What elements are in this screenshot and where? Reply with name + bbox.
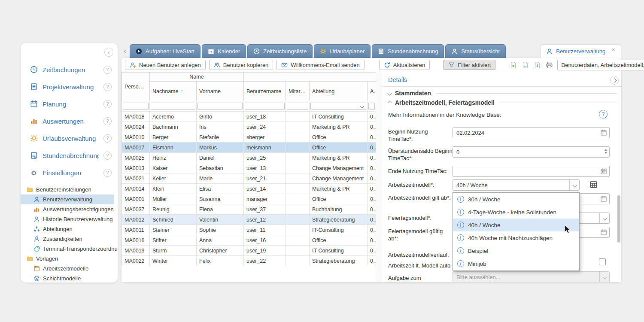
table-row[interactable]: MA0024BachmannIrisuser_24Marketing & PR0…: [122, 122, 376, 132]
sidebar-item-einstellungen[interactable]: ⚙Einstellungen?: [21, 164, 118, 181]
column-filter-input[interactable]: [151, 103, 195, 110]
worktime-model-calendar-button[interactable]: [589, 180, 598, 189]
panel-collapse-button[interactable]: [610, 76, 619, 85]
table-row[interactable]: MA0025HeinzDanieluser_25Marketing & PR02…: [122, 153, 376, 163]
section-stammdaten[interactable]: Stammdaten: [388, 90, 617, 97]
dropdown-option-label: Minijob: [468, 261, 486, 267]
tree-item-schichtmodelle[interactable]: Schichtmodelle: [21, 273, 118, 283]
knowledge-base-help-icon[interactable]: ?: [599, 110, 608, 118]
column-header-nachname[interactable]: Nachname↑: [150, 82, 197, 101]
tree-item-benutzereinstellungen[interactable]: Benutzereinstellungen: [21, 185, 118, 194]
filter-button[interactable]: Filter aktiviert: [444, 60, 495, 70]
tree-item-auswertungsberechtigungen[interactable]: Auswertungsberechtigungen: [21, 204, 118, 214]
number-stepper[interactable]: [605, 149, 607, 154]
tab-statusübersicht[interactable]: Statusübersicht: [445, 44, 506, 58]
table-row[interactable]: MA0017EismannMarkusmeismannOffice02.0: [122, 143, 376, 153]
refresh-button[interactable]: Aktualisieren: [379, 60, 430, 70]
tree-item-vorlagen[interactable]: Vorlagen: [21, 254, 118, 264]
tree-item-arbeitszeitmodelle[interactable]: Arbeitszeitmodelle: [21, 264, 118, 273]
new-user-button[interactable]: Neuen Benutzer anlegen: [125, 60, 206, 70]
sidebar-item-auswertungen[interactable]: Auswertungen?: [21, 112, 118, 130]
sidebar-item-urlaubsverwaltung[interactable]: Urlaubsverwaltung?: [21, 130, 118, 147]
calendar-icon[interactable]: [600, 229, 607, 236]
column-header-vorname[interactable]: Vorname: [197, 82, 244, 101]
tree-item-benutzerverwaltung[interactable]: Benutzerverwaltung: [21, 194, 114, 204]
tab-stundenabrechnung[interactable]: Stundenabrechnung: [372, 44, 444, 58]
calendar-icon[interactable]: [600, 168, 607, 175]
dropdown-option[interactable]: i30h / Woche: [453, 193, 579, 206]
table-row[interactable]: MA0021KeilerMarieuser_21Change Managemen…: [122, 173, 376, 184]
dropdown-option[interactable]: i40h Woche mit Nachtzuschlägen: [453, 231, 579, 244]
calendar-icon[interactable]: [600, 195, 607, 202]
panel-splitter[interactable]: [376, 72, 382, 282]
vertical-scrollbar-thumb[interactable]: [617, 195, 620, 243]
print-button[interactable]: [544, 60, 554, 70]
tree-item-terminal-transponderzuordnu[interactable]: Terminal-Transponderzuordnu: [21, 244, 118, 254]
table-row[interactable]: MA0016StifterAnnauser_16Office02.0: [122, 235, 376, 246]
view-select[interactable]: Benutzerdaten, Arbeitszeitmodell, F: [557, 60, 644, 70]
tabs-scroll-left-button[interactable]: ‹: [122, 44, 128, 58]
copy-user-button[interactable]: Benutzer kopieren: [209, 60, 273, 70]
section-arbeitszeitmodell[interactable]: Arbeitszeitmodell, Feiertagsmodell: [388, 99, 617, 106]
column-filter-input[interactable]: [245, 103, 285, 110]
sidebar-item-planung[interactable]: Planung?: [21, 95, 118, 112]
sidebar-item-stundenabrechnung[interactable]: Stundenabrechnung?: [21, 147, 118, 164]
tree-item-abteilungen[interactable]: Abteilungen: [21, 224, 118, 234]
column-header-mitarbeiter[interactable]: Mitarbe...: [286, 82, 310, 101]
download-export-button[interactable]: [532, 60, 542, 70]
column-header-abteilung[interactable]: Abteilung: [310, 82, 368, 101]
help-icon[interactable]: ?: [103, 100, 112, 108]
dropdown-option[interactable]: i4-Tage-Woche - keine Sollstunden: [453, 206, 579, 219]
tree-item-zuständigkeiten[interactable]: Zuständigkeiten: [21, 234, 118, 244]
column-header-abt[interactable]: Abt...: [368, 82, 376, 101]
help-icon[interactable]: ?: [103, 83, 112, 91]
ende-nutzung-input[interactable]: [453, 166, 610, 177]
help-icon[interactable]: ?: [103, 134, 112, 143]
sidebar-collapse-button[interactable]: ‹: [104, 48, 113, 57]
table-row[interactable]: MA0037ReunigElenauser_37Buchhaltung02.0: [122, 204, 376, 215]
table-row[interactable]: MA0010BergerStefaniesbergerOffice02.0: [122, 132, 376, 143]
table-row[interactable]: MA0012SchmiedValentinuser_12Strategieber…: [122, 215, 376, 225]
table-row[interactable]: MA0018AceremoGintouser_18IT-Consulting02…: [122, 112, 376, 122]
dropdown-option[interactable]: i40h / Woche: [453, 219, 579, 231]
column-filter-input[interactable]: [368, 103, 375, 110]
close-tab-icon[interactable]: ×: [611, 46, 615, 53]
sidebar-item-projektverwaltung[interactable]: Projektverwaltung?: [21, 78, 118, 95]
tab-zeitbuchungsliste[interactable]: Zeitbuchungsliste: [247, 44, 313, 58]
help-icon[interactable]: ?: [103, 169, 112, 177]
help-icon[interactable]: ?: [103, 117, 112, 125]
tab-urlaubsplaner[interactable]: Urlaubsplaner: [314, 44, 371, 58]
column-filter-input[interactable]: [287, 103, 308, 110]
column-filter-input[interactable]: [197, 103, 243, 110]
tab-aufgaben-livestart[interactable]: Aufgaben: LiveStart: [130, 44, 200, 58]
ueberstundensaldo-input[interactable]: 0: [453, 146, 610, 158]
table-row[interactable]: MA0011SteinerSophieuser_11IT-Consulting0…: [122, 225, 376, 235]
table-row[interactable]: MA0022WinterFelixuser_22Strategieberatun…: [122, 256, 376, 266]
table-row[interactable]: MA0001MüllerSusannamanagerOffice02.0: [122, 194, 376, 204]
chevron-down-icon[interactable]: [599, 213, 609, 223]
table-cell: Heinz: [150, 153, 197, 163]
column-header-benutzername[interactable]: Benutzername: [244, 82, 286, 101]
excel-export-button[interactable]: x: [508, 60, 518, 70]
dropdown-option[interactable]: iBeispiel: [453, 244, 579, 257]
table-row[interactable]: MA0014KleinElisauser_14Marketing & PR02.…: [122, 184, 376, 194]
chevron-down-icon[interactable]: [569, 180, 579, 190]
column-filter-select[interactable]: [310, 103, 366, 110]
tree-item-historie-benutzerverwaltung[interactable]: Historie Benutzerverwaltung: [21, 214, 118, 224]
tab-benutzerverwaltung[interactable]: Benutzerverwaltung ×: [540, 44, 621, 58]
sidebar-item-zeitbuchungen[interactable]: Zeitbuchungen?: [21, 61, 118, 78]
column-filter-input[interactable]: [123, 103, 149, 110]
tab-kalender[interactable]: 3Kalender: [202, 44, 246, 58]
column-header-personalnr[interactable]: Personal...: [122, 73, 150, 101]
welcome-email-button[interactable]: Willkommens-Email senden: [276, 60, 364, 70]
calendar-icon[interactable]: [600, 129, 607, 136]
beginn-nutzung-input[interactable]: 02.02.2024: [453, 127, 610, 138]
document-export-button[interactable]: [520, 60, 530, 70]
table-row[interactable]: MA0019SturmChristopheruser_19IT-Consulti…: [122, 246, 376, 256]
dropdown-option[interactable]: iMinijob: [453, 257, 579, 270]
help-icon[interactable]: ?: [103, 66, 112, 74]
help-icon[interactable]: ?: [103, 152, 112, 160]
table-row[interactable]: MA0013KaiserSebastianuser_13Change Manag…: [122, 163, 376, 173]
arbeitszeit-checkbox[interactable]: [599, 258, 606, 265]
arbeitszeitmodell-combobox[interactable]: 40h / Woche: [453, 179, 580, 191]
